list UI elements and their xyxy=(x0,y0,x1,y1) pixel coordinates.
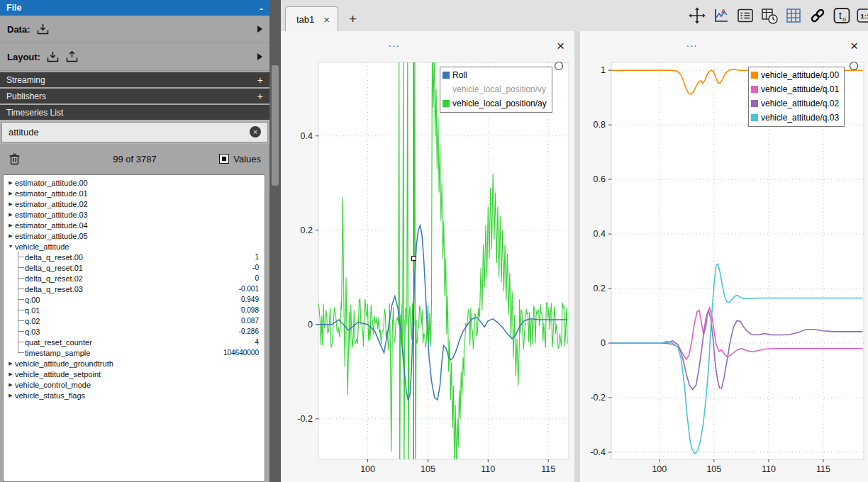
tree-child-label[interactable]: delta_q_reset.03 xyxy=(25,285,83,293)
minimize-button[interactable]: - xyxy=(260,2,263,14)
expand-arrow-icon[interactable]: ▶ xyxy=(6,201,15,207)
tree-child-label[interactable]: delta_q_reset.01 xyxy=(25,264,83,272)
expand-arrow-icon[interactable]: ▶ xyxy=(6,212,15,218)
curve-style-button[interactable]: A xyxy=(711,6,730,26)
load-data-icon[interactable] xyxy=(36,23,50,35)
tree-item-label[interactable]: vehicle_attitude_groundtruth xyxy=(15,359,113,368)
tree-item-label[interactable]: estimator_attitude.01 xyxy=(15,189,88,198)
legend-entry[interactable]: vehicle_attitude/q.01 xyxy=(751,82,839,96)
delete-series-button[interactable] xyxy=(9,152,21,166)
panel-close-button[interactable]: × xyxy=(850,39,858,52)
legend-entry[interactable]: vehicle_attitude/q.02 xyxy=(751,96,839,111)
load-layout-icon[interactable] xyxy=(46,50,60,63)
tree-child-item[interactable]: quat_reset_counter4 xyxy=(4,337,265,347)
add-tab-button[interactable]: + xyxy=(349,12,357,26)
plot-legend-left[interactable]: Rollvehicle_local_position/vyvehicle_loc… xyxy=(440,67,552,113)
tree-item[interactable]: ▶estimator_attitude.05 xyxy=(4,230,265,241)
save-layout-icon[interactable] xyxy=(65,50,79,63)
values-toggle[interactable]: Values xyxy=(219,154,261,164)
tree-child-label[interactable]: delta_q_reset.00 xyxy=(25,253,83,262)
move-button[interactable] xyxy=(687,6,706,26)
tree-child-item[interactable]: q.010.098 xyxy=(4,305,265,315)
tree-child-label[interactable]: timestamp_sample xyxy=(25,349,90,357)
expand-arrow-icon[interactable]: ▶ xyxy=(6,233,15,239)
plot-area[interactable] xyxy=(318,62,569,459)
ratio-button[interactable]: 1:1 xyxy=(856,6,868,26)
tree-child-item[interactable]: delta_q_reset.03-0.001 xyxy=(4,284,265,294)
tree-child-item[interactable]: delta_q_reset.020 xyxy=(4,273,265,284)
clear-search-button[interactable]: × xyxy=(250,126,261,138)
corner-zoom-circle[interactable] xyxy=(555,62,563,70)
timeseries-filter-input[interactable]: attitude × xyxy=(1,122,268,142)
legend-entry[interactable]: vehicle_local_position/vy xyxy=(443,82,547,96)
legend-entry[interactable]: vehicle_local_position/ay xyxy=(443,96,547,111)
tree-item-label[interactable]: vehicle_attitude xyxy=(15,242,69,251)
file-menu-label[interactable]: File xyxy=(6,3,22,13)
grid-layout-button[interactable] xyxy=(784,6,803,26)
expand-arrow-icon[interactable]: ▶ xyxy=(6,382,15,388)
legend-entry[interactable]: vehicle_attitude/q.03 xyxy=(751,111,839,125)
expand-arrow-icon[interactable]: ▶ xyxy=(6,371,15,377)
tree-child-item[interactable]: delta_q_reset.001 xyxy=(4,252,265,262)
values-checkbox[interactable] xyxy=(219,154,229,164)
publishers-section-header[interactable]: Publishers + xyxy=(0,89,269,103)
panel-menu-dots[interactable]: ... xyxy=(686,38,698,49)
tree-child-item[interactable]: timestamp_sample104640000 xyxy=(4,347,265,358)
panel-close-button[interactable]: × xyxy=(557,39,564,52)
tree-item-label[interactable]: vehicle_status_flags xyxy=(15,391,85,400)
link-axes-button[interactable] xyxy=(808,6,827,26)
layout-expand-arrow[interactable] xyxy=(257,53,262,60)
tree-child-label[interactable]: q.01 xyxy=(25,306,40,315)
timeseries-tree[interactable]: ▶estimator_attitude.00▶estimator_attitud… xyxy=(3,174,265,482)
time-offset-button[interactable]: t o xyxy=(832,6,851,26)
tree-item[interactable]: ▶vehicle_attitude_setpoint xyxy=(4,369,265,379)
plot-legend-right[interactable]: vehicle_attitude/q.00vehicle_attitude/q.… xyxy=(748,67,845,127)
tree-child-label[interactable]: q.00 xyxy=(25,296,40,304)
tree-item[interactable]: ▶estimator_attitude.01 xyxy=(4,188,265,198)
tree-item-label[interactable]: estimator_attitude.04 xyxy=(15,221,88,230)
tree-child-item[interactable]: delta_q_reset.01-0 xyxy=(4,262,265,273)
tree-child-item[interactable]: q.03-0.286 xyxy=(4,326,265,337)
tab-label[interactable]: tab1 xyxy=(296,14,314,25)
tab-tab1[interactable]: tab1 × xyxy=(285,6,338,31)
panel-splitter[interactable] xyxy=(574,31,580,482)
streaming-expand-icon[interactable]: + xyxy=(257,74,263,86)
legend-list-button[interactable] xyxy=(735,6,755,26)
tree-item[interactable]: ▶vehicle_control_mode xyxy=(4,379,265,390)
legend-entry[interactable]: vehicle_attitude/q.00 xyxy=(751,68,839,82)
search-value[interactable]: attitude xyxy=(9,127,39,138)
expand-arrow-icon[interactable]: ▶ xyxy=(6,180,15,186)
tree-child-item[interactable]: q.000.949 xyxy=(4,294,265,305)
tree-item-label[interactable]: estimator_attitude.05 xyxy=(15,232,88,240)
tree-item[interactable]: ▼vehicle_attitude xyxy=(4,241,265,252)
tree-item[interactable]: ▶vehicle_status_flags xyxy=(4,390,265,400)
buffer-clock-button[interactable] xyxy=(760,6,779,26)
expand-arrow-icon[interactable]: ▶ xyxy=(6,223,15,228)
tree-child-label[interactable]: q.02 xyxy=(25,317,40,325)
tree-child-label[interactable]: q.03 xyxy=(25,327,40,336)
file-menu-bar[interactable]: File - xyxy=(0,0,269,16)
tree-item-label[interactable]: vehicle_attitude_setpoint xyxy=(15,370,101,379)
streaming-section-header[interactable]: Streaming + xyxy=(0,72,269,87)
publishers-expand-icon[interactable]: + xyxy=(257,91,263,102)
collapse-arrow-icon[interactable]: ▼ xyxy=(6,244,15,249)
tree-item[interactable]: ▶estimator_attitude.03 xyxy=(4,209,265,220)
expand-arrow-icon[interactable]: ▶ xyxy=(6,393,15,398)
data-expand-arrow[interactable] xyxy=(257,26,262,33)
tree-item[interactable]: ▶estimator_attitude.00 xyxy=(4,177,265,188)
legend-entry[interactable]: Roll xyxy=(443,68,547,82)
tree-child-item[interactable]: q.020.087 xyxy=(4,315,265,326)
tree-child-label[interactable]: delta_q_reset.02 xyxy=(25,274,83,283)
tree-item[interactable]: ▶estimator_attitude.04 xyxy=(4,220,265,230)
tree-item[interactable]: ▶vehicle_attitude_groundtruth xyxy=(4,358,265,369)
panel-menu-dots[interactable]: ... xyxy=(389,38,400,49)
tab-close-button[interactable]: × xyxy=(323,14,330,25)
tree-child-label[interactable]: quat_reset_counter xyxy=(25,338,92,347)
expand-arrow-icon[interactable]: ▶ xyxy=(6,361,15,366)
tree-item-label[interactable]: estimator_attitude.03 xyxy=(15,211,88,219)
sidebar-scrollbar[interactable] xyxy=(269,0,281,482)
expand-arrow-icon[interactable]: ▶ xyxy=(6,191,15,196)
tree-item-label[interactable]: estimator_attitude.00 xyxy=(15,179,88,187)
tree-item-label[interactable]: estimator_attitude.02 xyxy=(15,200,88,208)
corner-zoom-circle[interactable] xyxy=(850,62,858,70)
